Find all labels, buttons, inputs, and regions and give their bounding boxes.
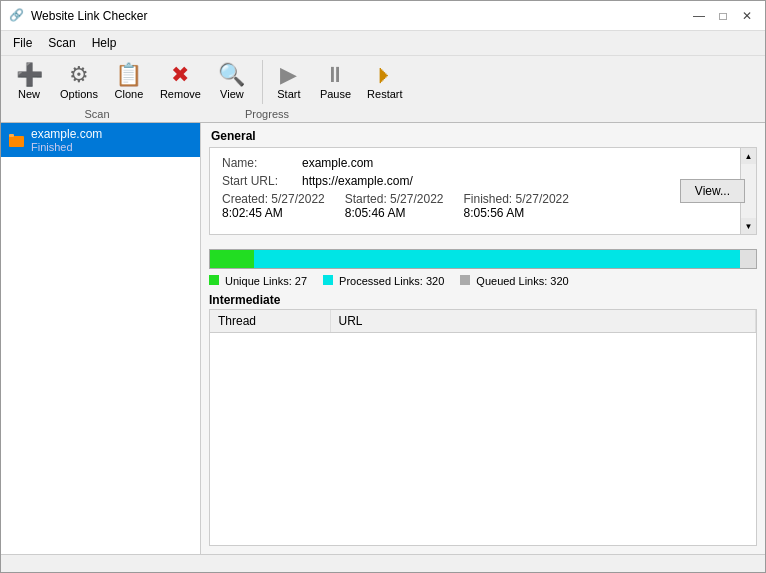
toolbar-progress-group: ▶ Start ⏸ Pause ⏵ Restart: [267, 60, 418, 104]
folder-icon: [9, 132, 25, 148]
toolbar-labels: Scan Progress: [1, 108, 765, 122]
menubar: File Scan Help: [1, 31, 765, 56]
progress-stats: Unique Links: 27 Processed Links: 320 Qu…: [201, 273, 765, 293]
progress-bar-container: [209, 249, 757, 269]
unique-links-dot: [209, 275, 219, 285]
app-icon: 🔗: [9, 8, 25, 24]
clone-button[interactable]: 📋 Clone: [107, 60, 151, 104]
finished-label: Finished: 5/27/2022: [464, 192, 569, 206]
sidebar: example.com Finished: [1, 123, 201, 554]
start-icon: ▶: [280, 64, 297, 86]
sidebar-item-status: Finished: [31, 141, 102, 153]
remove-icon: ✖: [171, 64, 189, 86]
queued-links-dot: [460, 275, 470, 285]
created-time: 8:02:45 AM: [222, 206, 325, 220]
finished-block: Finished: 5/27/2022 8:05:56 AM: [464, 192, 569, 220]
toolbar-buttons: ➕ New ⚙ Options 📋 Clone ✖ Remove 🔍 V: [1, 56, 765, 108]
clone-icon: 📋: [115, 64, 142, 86]
general-section-title: General: [201, 123, 765, 147]
name-value: example.com: [302, 156, 373, 170]
start-button[interactable]: ▶ Start: [267, 60, 311, 104]
sidebar-item-name: example.com: [31, 127, 102, 141]
progress-section-label: Progress: [187, 108, 347, 120]
view-button[interactable]: View...: [680, 179, 741, 203]
remove-button[interactable]: ✖ Remove: [153, 60, 208, 104]
maximize-button[interactable]: □: [713, 6, 733, 26]
restart-button[interactable]: ⏵ Restart: [360, 60, 409, 104]
sidebar-item-example-com[interactable]: example.com Finished: [1, 123, 200, 157]
svg-rect-2: [9, 134, 14, 137]
processed-links-dot: [323, 275, 333, 285]
intermediate-section: Intermediate Thread URL: [209, 293, 757, 546]
started-label: Started: 5/27/2022: [345, 192, 444, 206]
queued-links-stat: Queued Links: 320: [460, 275, 568, 287]
started-block: Started: 5/27/2022 8:05:46 AM: [345, 192, 444, 220]
general-content: Name: example.com Start URL: https://exa…: [209, 147, 741, 235]
intermediate-table-container[interactable]: Thread URL: [209, 309, 757, 546]
remove-label: Remove: [160, 88, 201, 100]
general-info-section: Name: example.com Start URL: https://exa…: [209, 147, 757, 235]
restart-icon: ⏵: [374, 64, 396, 86]
title-bar: 🔗 Website Link Checker — □ ✕: [1, 1, 765, 31]
scroll-down-arrow[interactable]: ▼: [741, 218, 756, 234]
created-label: Created: 5/27/2022: [222, 192, 325, 206]
new-icon: ➕: [16, 64, 43, 86]
clone-label: Clone: [115, 88, 144, 100]
pause-button[interactable]: ⏸ Pause: [313, 60, 358, 104]
view-toolbar-button[interactable]: 🔍 View: [210, 60, 254, 104]
view-label: View: [220, 88, 244, 100]
thread-column-header: Thread: [210, 310, 330, 333]
name-row: Name: example.com: [222, 156, 728, 170]
pause-icon: ⏸: [324, 64, 346, 86]
finished-time: 8:05:56 AM: [464, 206, 569, 220]
pause-label: Pause: [320, 88, 351, 100]
title-bar-left: 🔗 Website Link Checker: [9, 8, 148, 24]
intermediate-title: Intermediate: [209, 293, 757, 307]
new-button[interactable]: ➕ New: [7, 60, 51, 104]
unique-links-stat: Unique Links: 27: [209, 275, 307, 287]
restart-label: Restart: [367, 88, 402, 100]
menu-scan[interactable]: Scan: [40, 33, 83, 53]
start-url-label: Start URL:: [222, 174, 302, 188]
title-bar-controls: — □ ✕: [689, 6, 757, 26]
start-label: Start: [277, 88, 300, 100]
status-bar: [1, 554, 765, 572]
start-url-row: Start URL: https://example.com/: [222, 174, 728, 188]
created-block: Created: 5/27/2022 8:02:45 AM: [222, 192, 325, 220]
name-label: Name:: [222, 156, 302, 170]
minimize-button[interactable]: —: [689, 6, 709, 26]
window-title: Website Link Checker: [31, 9, 148, 23]
main-panel: General Name: example.com Start URL: htt…: [201, 123, 765, 554]
url-column-header: URL: [330, 310, 756, 333]
progress-bar-green: [210, 250, 254, 268]
progress-bar-cyan: [254, 250, 740, 268]
datetime-row: Created: 5/27/2022 8:02:45 AM Started: 5…: [222, 192, 728, 220]
toolbar-scan-group: ➕ New ⚙ Options 📋 Clone ✖ Remove 🔍 V: [7, 60, 263, 104]
scan-section-label: Scan: [7, 108, 187, 120]
processed-links-stat: Processed Links: 320: [323, 275, 444, 287]
header-row: Thread URL: [210, 310, 756, 333]
main-window: 🔗 Website Link Checker — □ ✕ File Scan H…: [0, 0, 766, 573]
scroll-up-arrow[interactable]: ▲: [741, 148, 756, 164]
view-icon: 🔍: [218, 64, 245, 86]
toolbar: ➕ New ⚙ Options 📋 Clone ✖ Remove 🔍 V: [1, 56, 765, 123]
options-icon: ⚙: [69, 64, 89, 86]
intermediate-table: Thread URL: [210, 310, 756, 333]
content-area: example.com Finished General Name: examp…: [1, 123, 765, 554]
menu-file[interactable]: File: [5, 33, 40, 53]
table-header: Thread URL: [210, 310, 756, 333]
started-time: 8:05:46 AM: [345, 206, 444, 220]
new-label: New: [18, 88, 40, 100]
options-button[interactable]: ⚙ Options: [53, 60, 105, 104]
start-url-value: https://example.com/: [302, 174, 413, 188]
close-button[interactable]: ✕: [737, 6, 757, 26]
sidebar-item-content: example.com Finished: [31, 127, 102, 153]
menu-help[interactable]: Help: [84, 33, 125, 53]
options-label: Options: [60, 88, 98, 100]
bottom-padding: [201, 546, 765, 554]
